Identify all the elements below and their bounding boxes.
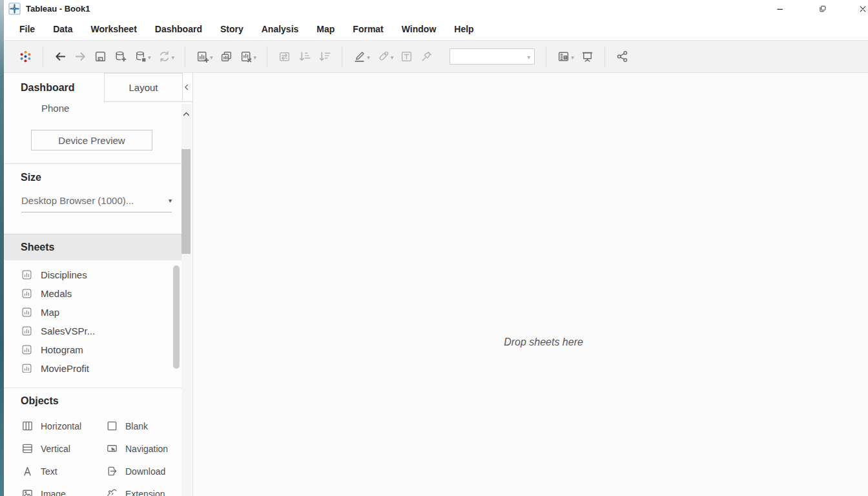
menu-map[interactable]: Map (316, 24, 335, 34)
collapse-pane-button[interactable] (181, 81, 192, 94)
run-auto-updates-button[interactable]: ▾ (154, 45, 178, 68)
toolbar-separator (546, 46, 546, 67)
clear-sheet-icon (240, 50, 253, 63)
clear-sheet-button[interactable]: ▾ (236, 45, 260, 68)
object-item-extension[interactable]: Extension (106, 482, 179, 496)
dashboard-canvas[interactable]: Drop sheets here (192, 73, 868, 496)
swap-rows-columns-button[interactable] (274, 45, 294, 68)
size-heading: Size (21, 172, 41, 183)
object-item-download[interactable]: Download (106, 460, 179, 482)
menu-dashboard[interactable]: Dashboard (155, 24, 202, 34)
sidebar-scrollbar-thumb[interactable] (181, 149, 191, 254)
sheet-item-medals[interactable]: Medals (4, 284, 183, 303)
object-item-blank[interactable]: Blank (106, 415, 179, 437)
sheet-item-disciplines[interactable]: Disciplines (4, 265, 183, 284)
group-members-icon (377, 50, 390, 63)
size-dropdown[interactable]: Desktop Browser (1000)... ▾ (21, 195, 172, 212)
sheet-icon (21, 307, 32, 318)
tableau-app-icon (8, 3, 21, 15)
sheet-icon (21, 344, 32, 355)
tableau-logo-button[interactable] (16, 45, 36, 68)
objects-grid: HorizontalBlankVerticalNavigationTextDow… (21, 415, 179, 496)
save-button[interactable] (90, 45, 110, 68)
presentation-mode-button[interactable] (577, 45, 597, 68)
caret-down-icon: ▾ (148, 54, 151, 61)
fix-axes-icon (420, 50, 433, 63)
new-data-source-icon (114, 50, 127, 63)
sheets-heading: Sheets (21, 242, 54, 253)
redo-button[interactable] (70, 45, 90, 68)
save-icon (94, 50, 107, 63)
tableau-logo-icon (19, 50, 32, 63)
minimize-button[interactable] (774, 3, 787, 16)
sort-ascending-button[interactable] (294, 45, 315, 68)
sheet-item-label: SalesVSPr... (41, 326, 95, 336)
new-worksheet-button[interactable]: ▾ (192, 45, 216, 68)
restore-button[interactable] (816, 3, 829, 16)
duplicate-sheet-button[interactable] (216, 45, 236, 68)
tab-dashboard[interactable]: Dashboard (21, 82, 75, 94)
text-object-icon (21, 465, 34, 477)
show-hide-cards-button[interactable]: ▾ (553, 45, 577, 68)
sheet-item-label: Medals (41, 288, 72, 299)
sheet-item-label: Map (41, 307, 59, 318)
blank-icon (106, 420, 118, 432)
menu-window[interactable]: Window (402, 24, 437, 34)
toolbar-separator (604, 46, 605, 67)
fix-axes-button[interactable] (417, 45, 437, 68)
sort-descending-button[interactable] (315, 45, 335, 68)
tab-layout[interactable]: Layout (104, 73, 183, 102)
sheets-scrollbar-thumb[interactable] (173, 265, 180, 369)
caret-down-icon: ▾ (169, 197, 172, 204)
device-preview-button[interactable]: Device Preview (31, 130, 152, 150)
sheet-item-label: Hotogram (41, 344, 83, 355)
object-item-label: Extension (125, 489, 165, 496)
object-item-horizontal[interactable]: Horizontal (21, 415, 106, 437)
new-worksheet-icon (196, 50, 209, 63)
toolbar: ▾▾▾▾▾▾▾▾ (0, 40, 868, 73)
sidebar-scrollbar-track[interactable] (181, 104, 192, 496)
object-item-vertical[interactable]: Vertical (21, 437, 106, 460)
menu-analysis[interactable]: Analysis (262, 24, 299, 34)
group-members-button[interactable]: ▾ (373, 45, 397, 68)
titlebar: Tableau - Book1 (0, 0, 868, 18)
menu-help[interactable]: Help (454, 24, 473, 34)
object-item-label: Image (41, 489, 66, 496)
new-data-source-button[interactable] (110, 45, 130, 68)
menu-story[interactable]: Story (220, 24, 243, 34)
undo-icon (54, 50, 67, 63)
window-title: Tableau - Book1 (26, 4, 90, 14)
menu-worksheet[interactable]: Worksheet (90, 24, 136, 34)
sheet-icon (21, 288, 32, 299)
sheet-item-movieprofit[interactable]: MovieProfit (4, 359, 183, 373)
tabs-divider (183, 101, 192, 102)
toolbar-separator (267, 46, 267, 67)
close-button[interactable] (856, 3, 868, 16)
object-item-label: Navigation (125, 444, 168, 454)
highlight-button[interactable]: ▾ (349, 45, 373, 68)
drop-sheets-hint: Drop sheets here (219, 336, 868, 348)
object-item-image[interactable]: Image (21, 482, 106, 496)
horizontal-container-icon (21, 420, 34, 432)
undo-button[interactable] (50, 45, 70, 68)
menu-format[interactable]: Format (353, 24, 383, 34)
fit-select[interactable]: ▾ (450, 48, 535, 65)
sheet-item-map[interactable]: Map (4, 303, 183, 322)
show-hide-cards-icon (557, 50, 570, 63)
sheet-item-hotogram[interactable]: Hotogram (4, 340, 183, 359)
pause-auto-updates-button[interactable]: ▾ (130, 45, 154, 68)
object-item-text[interactable]: Text (21, 460, 106, 482)
section-divider (4, 388, 183, 388)
menu-file[interactable]: File (19, 24, 35, 34)
download-icon (106, 465, 118, 477)
scroll-up-button[interactable] (181, 107, 192, 121)
share-button[interactable] (612, 45, 632, 68)
object-item-navigation[interactable]: Navigation (106, 437, 179, 460)
sheet-item-salesvspr[interactable]: SalesVSPr... (4, 322, 183, 340)
duplicate-icon (220, 50, 233, 63)
menu-data[interactable]: Data (53, 24, 72, 34)
restore-icon (818, 5, 827, 14)
sheet-icon (21, 326, 32, 336)
menubar: FileDataWorksheetDashboardStoryAnalysisM… (0, 18, 868, 40)
show-mark-labels-button[interactable] (397, 45, 417, 68)
